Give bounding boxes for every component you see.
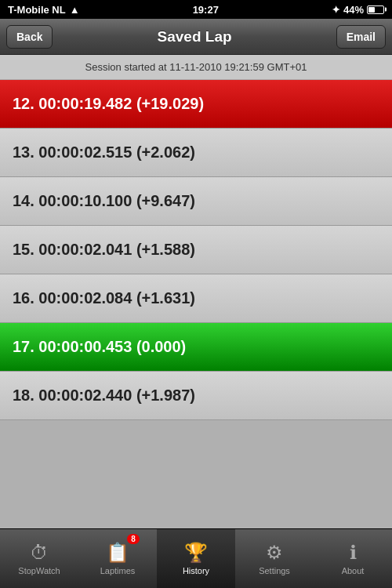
tab-bar: ⏱StopWatch📋8Laptimes🏆History⚙SettingsℹAb…	[0, 528, 392, 588]
stopwatch-icon: ⏱	[30, 542, 49, 564]
lap-list: 12. 00:00:19.482 (+19.029)13. 00:00:02.5…	[0, 80, 392, 528]
tab-item-history[interactable]: 🏆History	[157, 529, 235, 588]
lap-row[interactable]: 13. 00:00:02.515 (+2.062)	[0, 129, 392, 177]
tab-label-settings: Settings	[259, 566, 290, 575]
badge-laptimes: 8	[127, 534, 140, 544]
lap-row[interactable]: 16. 00:00:02.084 (+1.631)	[0, 274, 392, 323]
lap-row[interactable]: 14. 00:00:10.100 (+9.647)	[0, 177, 392, 226]
tab-item-laptimes[interactable]: 📋8Laptimes	[78, 529, 157, 588]
battery-percent: 44%	[343, 4, 364, 16]
time-label: 19:27	[193, 4, 219, 16]
lap-text: 16. 00:00:02.084 (+1.631)	[13, 289, 195, 307]
lap-text: 15. 00:00:02.041 (+1.588)	[13, 241, 195, 259]
session-header: Session started at 11-11-2010 19:21:59 G…	[0, 55, 392, 80]
tab-label-about: About	[342, 566, 365, 575]
tab-item-about[interactable]: ℹAbout	[314, 529, 392, 588]
lap-text: 12. 00:00:19.482 (+19.029)	[13, 95, 204, 113]
status-right: ✦ 44%	[332, 4, 384, 16]
lap-row[interactable]: 17. 00:00:00.453 (0.000)	[0, 323, 392, 372]
lap-text: 13. 00:00:02.515 (+2.062)	[13, 143, 195, 162]
wifi-icon: ▲	[70, 4, 80, 16]
status-left: T-Mobile NL ▲	[8, 4, 80, 16]
lap-text: 17. 00:00:00.453 (0.000)	[13, 338, 186, 356]
tab-label-history: History	[183, 566, 209, 575]
tab-label-laptimes: Laptimes	[100, 566, 136, 575]
status-bar: T-Mobile NL ▲ 19:27 ✦ 44%	[0, 0, 392, 19]
lap-row[interactable]: 18. 00:00:02.440 (+1.987)	[0, 372, 392, 420]
nav-bar: Back Saved Lap Email	[0, 19, 392, 55]
battery-fill	[368, 7, 375, 13]
lap-row[interactable]: 15. 00:00:02.041 (+1.588)	[0, 226, 392, 274]
tab-item-stopwatch[interactable]: ⏱StopWatch	[0, 529, 78, 588]
lap-row[interactable]: 12. 00:00:19.482 (+19.029)	[0, 80, 392, 129]
battery-icon	[367, 5, 384, 14]
back-button[interactable]: Back	[6, 25, 53, 49]
bluetooth-icon: ✦	[332, 4, 340, 16]
page-title: Saved Lap	[53, 28, 336, 45]
tab-item-settings[interactable]: ⚙Settings	[235, 529, 314, 588]
about-icon: ℹ	[350, 542, 357, 564]
lap-text: 14. 00:00:10.100 (+9.647)	[13, 192, 195, 210]
lap-icon: 📋	[106, 542, 129, 564]
email-button[interactable]: Email	[336, 25, 386, 49]
session-text: Session started at 11-11-2010 19:21:59 G…	[85, 61, 307, 73]
settings-icon: ⚙	[266, 542, 283, 564]
carrier-label: T-Mobile NL	[8, 4, 66, 16]
history-icon: 🏆	[184, 542, 208, 564]
lap-text: 18. 00:00:02.440 (+1.987)	[13, 387, 195, 405]
tab-label-stopwatch: StopWatch	[18, 566, 60, 575]
